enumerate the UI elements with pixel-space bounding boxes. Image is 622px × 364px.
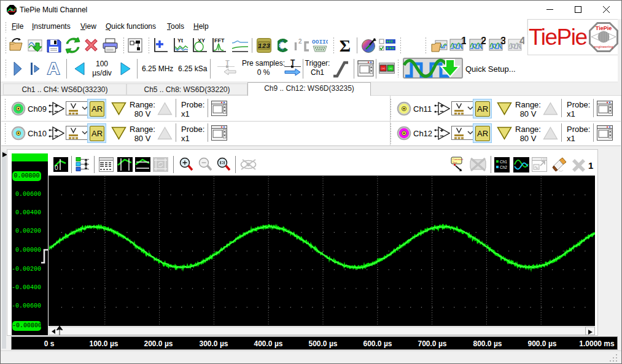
svg-text:A: A: [47, 60, 60, 77]
svg-text:2: 2: [481, 37, 486, 47]
svg-text:OOIIO: OOIIO: [312, 39, 328, 45]
svg-text:Ch1: Ch1: [500, 160, 507, 164]
svg-text:FFT: FFT: [214, 37, 225, 44]
svg-text:0: 0: [55, 165, 58, 171]
svg-text:3: 3: [500, 37, 505, 47]
svg-text:TiePie: TiePie: [596, 25, 612, 31]
svg-text:T: T: [225, 59, 230, 66]
svg-text:Text: Text: [453, 161, 457, 164]
svg-text:engineering: engineering: [594, 45, 613, 48]
svg-text:Yt: Yt: [177, 37, 183, 44]
svg-text:Ch2: Ch2: [500, 165, 507, 169]
svg-text:2: 2: [298, 38, 302, 45]
svg-text:CH1: CH1: [381, 68, 385, 70]
svg-text:Σ: Σ: [340, 37, 351, 53]
svg-text:1: 1: [461, 37, 466, 47]
svg-text:CH2: CH2: [388, 68, 392, 70]
svg-text:4: 4: [519, 37, 524, 47]
svg-text:123: 123: [258, 42, 270, 50]
